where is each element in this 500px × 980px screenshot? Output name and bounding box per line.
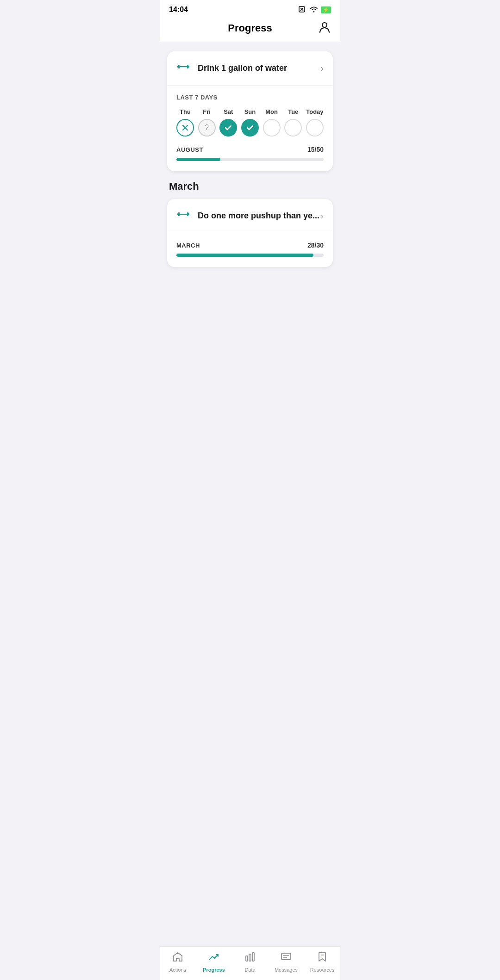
day-label-today: Today [306, 108, 323, 115]
day-circle-tue [284, 119, 302, 136]
august-card-body: LAST 7 DAYS Thu Fri ? [167, 86, 333, 171]
march-progress-bar [176, 254, 324, 257]
day-label-fri: Fri [203, 108, 211, 115]
august-month-label: AUGUST [176, 146, 203, 153]
day-thu: Thu [176, 108, 194, 136]
battery-icon: ⚡ [321, 6, 331, 13]
status-icons: ⚡ [299, 6, 331, 14]
svg-rect-8 [180, 66, 187, 67]
march-month-label: MARCH [176, 242, 200, 249]
days-row: Thu Fri ? Sat [176, 108, 324, 136]
habit-chevron-august: › [320, 63, 324, 74]
day-circle-sat [219, 119, 237, 136]
day-circle-thu [176, 119, 194, 136]
day-tue: Tue [284, 108, 302, 136]
svg-point-3 [322, 23, 327, 27]
day-circle-fri: ? [198, 119, 216, 136]
page-title: Progress [228, 22, 272, 34]
dumbbell-icon-august [176, 60, 190, 77]
habit-title-march: Do one more pushup than ye... [198, 211, 320, 221]
habit-title-august: Drink 1 gallon of water [198, 63, 320, 73]
march-card-body: MARCH 28/30 [167, 233, 333, 267]
march-progress-fill [176, 254, 313, 257]
header: Progress [160, 18, 340, 42]
day-circle-sun [241, 119, 259, 136]
day-circle-mon [263, 119, 281, 136]
day-fri: Fri ? [198, 108, 216, 136]
last7days-label: LAST 7 DAYS [176, 94, 324, 101]
status-bar: 14:04 ⚡ [160, 0, 340, 18]
august-progress-bar [176, 158, 324, 161]
day-label-sun: Sun [244, 108, 256, 115]
august-habit-card[interactable]: Drink 1 gallon of water › LAST 7 DAYS Th… [167, 51, 333, 171]
habit-chevron-march: › [320, 211, 324, 221]
march-month-row: MARCH 28/30 [176, 242, 324, 249]
day-label-thu: Thu [180, 108, 191, 115]
day-circle-today [306, 119, 324, 136]
day-label-sat: Sat [224, 108, 233, 115]
day-sat: Sat [219, 108, 237, 136]
habit-row-august[interactable]: Drink 1 gallon of water › [167, 51, 333, 86]
svg-rect-13 [178, 212, 180, 216]
svg-rect-7 [187, 65, 188, 68]
svg-rect-15 [180, 214, 187, 215]
profile-icon[interactable] [318, 20, 331, 37]
march-habit-card[interactable]: Do one more pushup than ye... › MARCH 28… [167, 199, 333, 267]
status-time: 14:04 [169, 6, 188, 14]
day-label-tue: Tue [288, 108, 298, 115]
august-progress-fill [176, 158, 220, 161]
habit-row-march[interactable]: Do one more pushup than ye... › [167, 199, 333, 233]
march-section-header: March [169, 180, 331, 192]
august-month-row: AUGUST 15/50 [176, 146, 324, 153]
svg-rect-6 [178, 65, 180, 68]
dumbbell-icon-march [176, 207, 190, 224]
svg-rect-14 [187, 212, 188, 216]
august-month-count: 15/50 [307, 146, 324, 153]
day-sun: Sun [241, 108, 259, 136]
sim-icon [299, 6, 307, 14]
day-today: Today [306, 108, 324, 136]
march-month-count: 28/30 [307, 242, 324, 249]
main-content: Drink 1 gallon of water › LAST 7 DAYS Th… [160, 42, 340, 312]
day-mon: Mon [263, 108, 281, 136]
day-label-mon: Mon [265, 108, 278, 115]
wifi-icon [310, 6, 318, 14]
